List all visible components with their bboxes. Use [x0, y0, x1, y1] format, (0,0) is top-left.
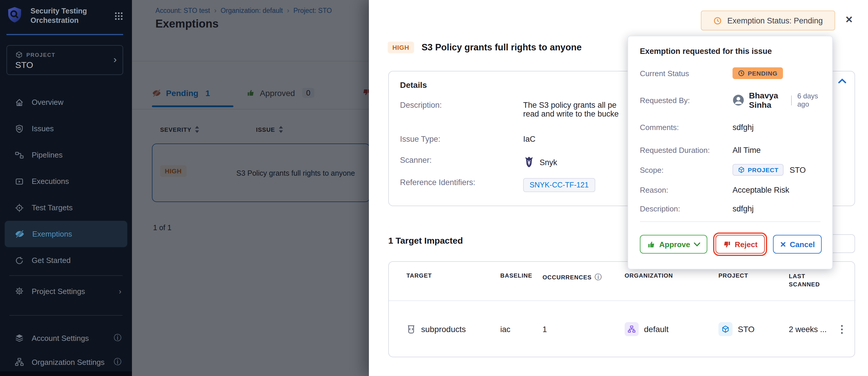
panel-title-row: HIGH S3 Policy grants full rights to any…	[388, 42, 582, 53]
pending-status-badge: PENDING	[733, 67, 783, 79]
requester-name: Bhavya Sinha	[749, 91, 785, 109]
comments-label: Comments:	[640, 123, 733, 132]
sidebar-item-account-settings[interactable]: Account Settings ⓘ	[0, 329, 132, 347]
chevron-right-icon: ›	[114, 54, 117, 66]
target-table-row[interactable]: subproducts iac 1 default	[389, 301, 856, 357]
chevron-down-icon	[693, 242, 700, 246]
sidebar-item-label: Test Targets	[32, 203, 73, 212]
requested-by-label: Requested By:	[640, 96, 733, 105]
sidebar-bottom-strip	[0, 371, 132, 376]
popup-description-label: Description:	[640, 204, 733, 213]
project-selector-label: PROJECT	[26, 52, 55, 58]
popup-divider	[640, 221, 820, 222]
scope-value: PROJECT STO	[733, 164, 806, 176]
reject-button[interactable]: Reject	[715, 235, 765, 253]
thumbs-up-icon	[647, 240, 656, 249]
sidebar-item-label: Executions	[32, 177, 69, 186]
sto-shield-logo-icon	[6, 6, 24, 24]
detail-row-issue-type: Issue Type: IaC	[400, 135, 535, 143]
project-selector-value: STO	[15, 60, 33, 70]
row-menu-kebab-icon[interactable]	[835, 323, 849, 335]
popup-row-current-status: Current Status PENDING	[640, 67, 820, 79]
info-icon[interactable]: ⓘ	[114, 357, 121, 367]
sidebar-item-pipelines[interactable]: Pipelines	[0, 142, 132, 168]
details-heading: Details	[400, 80, 427, 90]
exemption-request-popup: Exemption requested for this issue Curre…	[627, 36, 833, 269]
module-grid-icon[interactable]	[114, 12, 123, 21]
exemption-status-pill[interactable]: Exemption Status: Pending	[701, 10, 835, 30]
sidebar-divider	[9, 275, 123, 276]
app-title: Security Testing Orchestration	[31, 6, 100, 25]
detail-row-scanner: Scanner: Snyk	[400, 156, 557, 169]
cancel-button-label: Cancel	[790, 240, 815, 249]
app-root: Security Testing Orchestration PROJECT	[0, 0, 868, 376]
app-logo-row: Security Testing Orchestration	[6, 5, 126, 30]
sidebar-accent-rule	[6, 34, 123, 35]
info-icon[interactable]: ⓘ	[114, 333, 121, 343]
sidebar-item-label: Get Started	[32, 256, 71, 265]
reject-button-focus-ring: Reject	[713, 233, 767, 256]
avatar-icon	[733, 94, 744, 106]
column-baseline: BASELINE	[500, 272, 542, 279]
current-status-label: Current Status	[640, 69, 733, 78]
thumbs-down-icon	[722, 240, 731, 249]
target-name: subproducts	[421, 324, 466, 334]
popup-row-reason: Reason: Acceptable Risk	[640, 186, 820, 195]
popup-row-description: Description: sdfghj	[640, 204, 820, 213]
targets-table-card: TARGET BASELINE OCCURRENCES ⓘ ORGANIZATI…	[388, 261, 855, 357]
project-name: STO	[738, 324, 754, 334]
reference-id-chip[interactable]: SNYK-CC-TF-121	[523, 178, 595, 192]
scope-label: Scope:	[640, 166, 733, 174]
sidebar-item-issues[interactable]: Issues	[0, 115, 132, 142]
home-icon	[15, 98, 24, 107]
eye-off-icon	[15, 229, 25, 239]
chevron-up-icon[interactable]	[838, 78, 846, 84]
sidebar-item-overview[interactable]: Overview	[0, 89, 132, 115]
description-value: The S3 policy grants all pe read and wri…	[523, 101, 619, 118]
last-scanned-cell: 2 weeks ...	[789, 325, 835, 334]
requested-duration-value: All Time	[733, 146, 761, 155]
overlay-scrim[interactable]	[132, 0, 369, 376]
gear-icon	[15, 286, 24, 296]
cancel-button[interactable]: ✕ Cancel	[773, 235, 822, 253]
project-selector[interactable]: PROJECT STO ›	[6, 45, 123, 75]
issue-type-value: IaC	[523, 135, 535, 143]
popup-description-value: sdfghj	[733, 204, 754, 213]
approve-button[interactable]: Approve	[640, 235, 707, 253]
reason-value: Acceptable Risk	[733, 186, 789, 195]
issue-title: S3 Policy grants full rights to anyone	[422, 42, 582, 53]
sidebar-item-test-targets[interactable]: Test Targets	[0, 195, 132, 221]
exemptions-page: Account: STO test › Organization: defaul…	[132, 0, 369, 376]
shield-search-icon	[15, 124, 24, 133]
popup-row-comments: Comments: sdfghj	[640, 123, 820, 132]
requested-duration-label: Requested Duration:	[640, 146, 733, 155]
reference-identifiers-label: Reference Identifiers:	[400, 178, 523, 192]
sidebar-item-executions[interactable]: Executions	[0, 168, 132, 195]
close-icon[interactable]: ✕	[845, 14, 853, 25]
sidebar-item-exemptions[interactable]: Exemptions	[5, 221, 127, 247]
target-icon	[15, 203, 24, 212]
popup-row-scope: Scope: PROJECT STO	[640, 164, 820, 176]
divider	[791, 95, 792, 105]
sidebar-item-organization-settings[interactable]: Organization Settings ⓘ	[0, 353, 132, 371]
comments-value: sdfghj	[733, 123, 754, 132]
sidebar-item-get-started[interactable]: Get Started	[0, 247, 132, 274]
sidebar-item-label: Project Settings	[32, 287, 85, 296]
organization-icon	[625, 322, 639, 336]
scanner-value: Snyk	[523, 156, 557, 169]
target-container-icon	[406, 324, 416, 334]
organization-name: default	[644, 324, 669, 334]
layers-gear-icon	[15, 333, 24, 343]
scope-project-name: STO	[790, 166, 806, 174]
org-hierarchy-gear-icon	[15, 357, 24, 367]
sidebar-item-project-settings[interactable]: Project Settings ›	[0, 282, 132, 300]
sidebar-divider	[9, 315, 123, 316]
info-icon[interactable]: ⓘ	[595, 272, 602, 282]
popup-heading: Exemption requested for this issue	[640, 47, 820, 56]
project-cube-icon	[15, 51, 23, 59]
column-project: PROJECT	[718, 272, 789, 279]
get-started-icon	[15, 255, 24, 265]
sidebar: Security Testing Orchestration PROJECT	[0, 0, 132, 376]
requested-time-ago: 6 days ago	[797, 92, 820, 108]
column-organization: ORGANIZATION	[625, 272, 718, 279]
